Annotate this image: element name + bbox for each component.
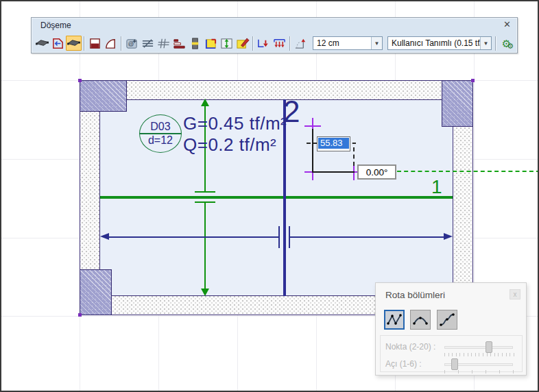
slab-thickness: d=12 xyxy=(148,135,173,146)
dim-break-tick xyxy=(278,226,280,248)
slab-pick-button[interactable] xyxy=(66,36,82,51)
tracking-line-horizontal xyxy=(312,171,355,173)
length-input[interactable]: 55.83 xyxy=(317,136,350,151)
slab-corner-icon xyxy=(204,37,218,50)
stair-button[interactable] xyxy=(171,36,187,51)
load-combo[interactable]: Kullanıcı Tanımlı (0.15 tf/m² ▼ xyxy=(387,36,492,50)
vertex-marker[interactable] xyxy=(471,79,475,82)
distributed-load-button[interactable] xyxy=(272,36,287,51)
toolbar-icon-row: @ 12 cm ▼ Kullanıcı Tanımlı (0.15 tf/m² … xyxy=(34,34,516,52)
ribbed-slab-button[interactable]: @ xyxy=(124,36,140,51)
span-direction-icon xyxy=(219,37,234,50)
angle-input-value: 0.00° xyxy=(366,167,388,177)
gears-icon: ⚙ xyxy=(507,42,514,50)
curve-icon xyxy=(439,313,455,327)
point-load-icon xyxy=(256,37,271,50)
angle-input-icon xyxy=(294,37,308,50)
close-icon[interactable]: x xyxy=(510,289,520,299)
column-bottom-left[interactable] xyxy=(80,269,112,315)
mesh-icon xyxy=(156,37,171,50)
tracking-line-vertical xyxy=(312,129,313,172)
one-way-slab-icon xyxy=(88,37,102,50)
ribbed-slab-icon: @ xyxy=(125,37,139,50)
joist-icon xyxy=(141,37,155,50)
dim-line-vertical xyxy=(204,203,206,294)
chevron-down-icon[interactable]: ▼ xyxy=(371,37,382,49)
length-input-value: 55.83 xyxy=(318,138,349,149)
toolbar-separator xyxy=(84,36,85,51)
slab-edit-icon xyxy=(235,37,250,50)
route-mode-curve-button[interactable] xyxy=(437,310,457,330)
angle-slider-ticks xyxy=(444,370,514,373)
dead-load-text: G=0.45 tf/m² xyxy=(183,113,287,134)
dim-break-tick xyxy=(289,226,290,248)
slab-paste-button[interactable] xyxy=(50,36,66,51)
slab-name: D03 xyxy=(150,121,170,132)
point-slider-track[interactable] xyxy=(444,346,513,349)
column-top-left[interactable] xyxy=(80,80,127,112)
arc-icon xyxy=(412,313,429,327)
route-panel-title: Rota bölümleri xyxy=(385,290,445,300)
curved-slab-icon xyxy=(104,37,118,50)
dim-break-tick xyxy=(195,201,215,203)
axis-1-label: 1 xyxy=(431,177,442,197)
column-top-right[interactable] xyxy=(442,80,473,127)
vertex-marker[interactable] xyxy=(78,313,82,317)
slab-icon xyxy=(35,37,49,50)
slab-edit-button[interactable] xyxy=(235,36,250,51)
angle-input-button[interactable] xyxy=(293,36,309,51)
slab-corner-button[interactable] xyxy=(203,36,219,51)
toolbar-title[interactable]: Döşeme xyxy=(40,21,71,30)
toolbar-separator xyxy=(289,36,291,51)
one-way-slab-button[interactable] xyxy=(87,36,103,51)
thickness-combo[interactable]: 12 cm ▼ xyxy=(313,36,383,50)
angle-input[interactable]: 0.00° xyxy=(357,164,396,180)
toolbar-separator xyxy=(121,36,122,51)
route-mode-polyline-button[interactable] xyxy=(384,310,405,330)
toolbar-separator xyxy=(252,36,254,51)
live-load-text: Q=0.2 tf/m² xyxy=(183,134,276,156)
angle-slider-thumb[interactable] xyxy=(451,358,458,370)
point-load-button[interactable] xyxy=(256,36,272,51)
slab-paste-icon xyxy=(51,37,65,50)
span-direction-button[interactable] xyxy=(219,36,235,51)
app-window: 1 2 D03 d=12 G=0.45 tf/m² Q=0.2 tf/m² 55… xyxy=(0,0,539,392)
dim-line-horizontal xyxy=(290,236,446,238)
chevron-down-icon[interactable]: ▼ xyxy=(480,37,491,49)
point-slider-ticks xyxy=(444,353,514,356)
slab-pick-icon xyxy=(67,37,81,50)
curved-slab-button[interactable] xyxy=(103,36,119,51)
load-combo-value: Kullanıcı Tanımlı (0.15 tf/m² xyxy=(388,37,480,49)
shaft-icon xyxy=(188,37,202,50)
leader-dash xyxy=(307,143,318,144)
dim-line-horizontal xyxy=(106,236,278,238)
route-mode-arc-button[interactable] xyxy=(410,310,431,330)
svg-text:@: @ xyxy=(128,40,134,47)
joist-button[interactable] xyxy=(140,36,156,51)
settings-button[interactable]: ⚙⚙ xyxy=(500,36,516,51)
dim-arrow-down xyxy=(201,289,209,296)
slab-tool-button[interactable] xyxy=(34,36,50,51)
toolbar-separator xyxy=(495,36,496,51)
vertex-marker[interactable] xyxy=(78,79,82,82)
mesh-button[interactable] xyxy=(156,36,171,51)
angle-slider-label: Açı (1-6) : xyxy=(385,359,422,369)
doseme-toolbar-window: Döşeme ✕ @ 12 cm ▼ xyxy=(31,17,518,53)
axis-1-line xyxy=(100,196,453,199)
dim-arrow-up xyxy=(201,99,209,106)
polyline-icon xyxy=(386,313,403,327)
leader-dash xyxy=(353,147,355,166)
shaft-button[interactable] xyxy=(187,36,203,51)
thickness-combo-value: 12 cm xyxy=(313,37,371,49)
point-slider-label: Nokta (2-20) : xyxy=(385,342,435,352)
dim-arrow-right xyxy=(444,233,453,240)
close-icon[interactable]: ✕ xyxy=(503,19,511,29)
slab-tag-bubble[interactable]: D03 d=12 xyxy=(139,114,182,153)
dim-break-tick xyxy=(195,191,215,193)
dim-arrow-left xyxy=(100,233,109,240)
direction-guide-dashed xyxy=(397,171,539,172)
point-slider-thumb[interactable] xyxy=(486,341,492,353)
stair-icon xyxy=(172,37,187,50)
distributed-load-icon xyxy=(272,37,287,50)
route-sections-panel: Rota bölümleri x Nokta (2-20) : Açı (1-6… xyxy=(375,282,527,376)
